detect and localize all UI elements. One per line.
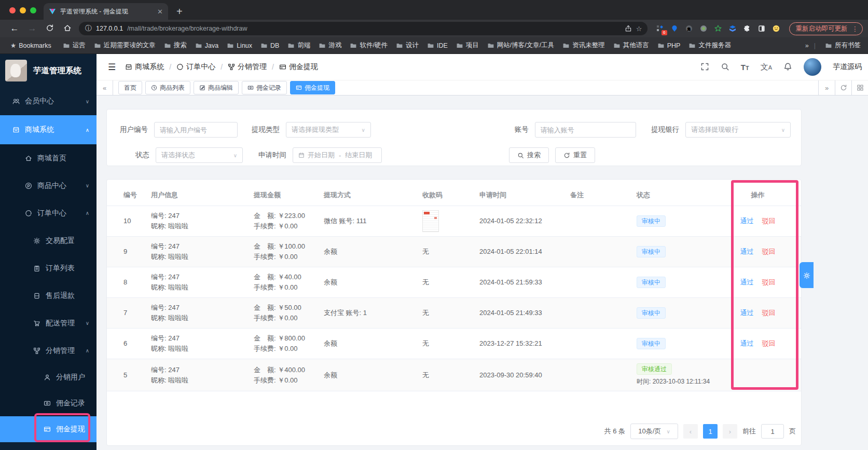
approve-link[interactable]: 通过	[740, 339, 754, 347]
extension-balloon-icon[interactable]	[670, 24, 679, 33]
account-input[interactable]	[535, 122, 636, 138]
extension-green-star-icon[interactable]	[714, 24, 723, 33]
tabs-scroll-right-button[interactable]: »	[818, 80, 835, 95]
sidebar-item-aftersale-refund[interactable]: 售后退款	[0, 282, 97, 309]
extension-green-circle-icon[interactable]	[699, 24, 708, 33]
prev-page-button[interactable]: ‹	[683, 424, 698, 439]
tab-brokerage-records[interactable]: 佣金记录	[242, 81, 287, 94]
bookmark-folder[interactable]: Linux	[223, 42, 256, 49]
search-button[interactable]: 搜索	[509, 147, 549, 163]
app-logo[interactable]: 芋道管理系统	[0, 54, 97, 87]
user-no-input-field[interactable]	[160, 126, 232, 134]
tab-home[interactable]: 首页	[118, 81, 142, 94]
sidebar-item-mall-system[interactable]: 商城系统 ∧	[0, 115, 97, 144]
tab-brokerage-withdraw[interactable]: 佣金提现	[290, 81, 335, 94]
reject-link[interactable]: 驳回	[762, 339, 776, 347]
sidebar-item-distribution-management[interactable]: 分销管理 ∧	[0, 337, 97, 364]
page-size-select[interactable]: 10条/页 ∨	[630, 424, 678, 439]
current-page-button[interactable]: 1	[703, 424, 718, 439]
maximize-window-button[interactable]	[30, 7, 36, 13]
tabs-refresh-icon[interactable]	[835, 80, 851, 95]
reset-button[interactable]: 重置	[555, 147, 595, 163]
tab-product-edit[interactable]: 商品编辑	[194, 81, 239, 94]
bookmark-star-icon[interactable]: ☆	[636, 25, 642, 33]
browser-tab[interactable]: 芋道管理系统 - 佣金提现 ✕	[44, 3, 168, 20]
approve-link[interactable]: 通过	[740, 248, 754, 255]
breadcrumb-distribution-management[interactable]: 分销管理	[228, 62, 267, 72]
restart-to-update-button[interactable]: 重新启动即可更新 ⋮	[789, 22, 863, 35]
sidebar-item-member-center[interactable]: 会员中心 ∨	[0, 87, 97, 115]
sidebar-item-distribution-users[interactable]: 分销用户	[0, 364, 97, 390]
bookmark-folder[interactable]: 文件服务器	[684, 41, 735, 50]
goto-page-input[interactable]	[761, 424, 784, 439]
reject-link[interactable]: 驳回	[762, 278, 776, 286]
forward-icon[interactable]: →	[26, 23, 38, 34]
user-no-input[interactable]	[154, 122, 238, 138]
apply-time-daterange[interactable]: 开始日期-结束日期	[293, 147, 382, 163]
sidebar-item-order-center[interactable]: 订单中心 ∧	[0, 199, 97, 227]
settings-drawer-handle[interactable]	[800, 262, 814, 288]
bookmarks-overflow-icon[interactable]: »	[805, 42, 809, 49]
sidebar-item-mall-home[interactable]: 商城首页	[0, 144, 97, 172]
approve-link[interactable]: 通过	[740, 278, 754, 286]
extension-gray-circle-icon[interactable]: 光	[685, 24, 694, 33]
tab-product-list[interactable]: 商品列表	[145, 81, 190, 94]
tabs-layout-grid-icon[interactable]	[851, 80, 868, 95]
user-name[interactable]: 芋道源码	[833, 62, 862, 72]
share-icon[interactable]	[625, 25, 632, 33]
close-tab-icon[interactable]: ✕	[157, 8, 163, 16]
tabs-scroll-left-button[interactable]: «	[97, 80, 113, 95]
bookmark-folder[interactable]: DB	[256, 42, 283, 49]
sidebar-item-product-center[interactable]: 商品中心 ∨	[0, 172, 97, 199]
language-icon[interactable]: 文A	[761, 62, 772, 72]
bookmark-folder[interactable]: PHP	[653, 42, 685, 49]
reject-link[interactable]: 驳回	[762, 248, 776, 255]
bookmark-folder[interactable]: 近期需要读的文章	[90, 41, 160, 50]
status-select[interactable]: 请选择状态∨	[156, 147, 243, 163]
bookmark-folder[interactable]: 资讯未整理	[558, 41, 609, 50]
withdraw-bank-select[interactable]: 请选择提现银行∨	[685, 122, 791, 138]
sidebar-item-brokerage-records[interactable]: 佣金记录	[0, 390, 97, 416]
all-bookmarks-folder[interactable]: 所有书签	[821, 41, 862, 50]
sidebar-item-delivery-management[interactable]: 配送管理 ∨	[0, 309, 97, 337]
bookmark-folder[interactable]: 前端	[283, 41, 314, 50]
reject-link[interactable]: 驳回	[762, 217, 776, 225]
home-icon[interactable]	[61, 23, 74, 34]
back-icon[interactable]: ←	[8, 23, 21, 34]
page-info-icon[interactable]: ⓘ	[85, 24, 92, 33]
reload-icon[interactable]	[44, 23, 56, 34]
approve-link[interactable]: 通过	[740, 217, 754, 225]
bookmark-folder[interactable]: 项目	[452, 41, 483, 50]
bookmark-folder[interactable]: 搜索	[160, 41, 191, 50]
sidebar-item-brokerage-withdraw[interactable]: 佣金提现	[0, 416, 97, 442]
profile-emoji-avatar[interactable]	[772, 24, 781, 33]
payment-code-image[interactable]	[422, 210, 439, 232]
bookmark-folder[interactable]: 网站/博客/文章/工具	[483, 41, 558, 50]
new-tab-button[interactable]: +	[168, 6, 191, 20]
bookmark-folder[interactable]: 其他语言	[609, 41, 653, 50]
url-bar[interactable]: ⓘ 127.0.0.1 /mall/trade/brokerage/broker…	[79, 22, 647, 35]
bookmark-folder[interactable]: 运营	[59, 41, 90, 50]
collapse-menu-icon[interactable]: ☰	[108, 62, 116, 73]
search-icon[interactable]	[721, 62, 729, 72]
withdraw-type-select[interactable]: 请选择提现类型∨	[286, 122, 371, 138]
extensions-puzzle-icon[interactable]	[743, 24, 752, 33]
close-window-button[interactable]	[9, 7, 16, 13]
breadcrumb-order-center[interactable]: 订单中心	[176, 62, 215, 72]
extension-blocks-icon[interactable]: 6	[656, 24, 665, 33]
next-page-button[interactable]: ›	[723, 424, 737, 439]
bookmark-folder[interactable]: 软件/硬件	[346, 41, 391, 50]
user-avatar[interactable]	[804, 58, 821, 76]
approve-link[interactable]: 通过	[740, 309, 754, 317]
minimize-window-button[interactable]	[20, 7, 26, 13]
bookmark-folder[interactable]: IDE	[423, 42, 452, 49]
breadcrumb-mall-system[interactable]: 商城系统	[125, 62, 164, 72]
account-input-field[interactable]	[541, 126, 630, 134]
fullscreen-icon[interactable]	[700, 62, 709, 72]
bookmarks-manager[interactable]: ★ Bookmarks	[6, 42, 56, 49]
sidebar-item-order-list[interactable]: 订单列表	[0, 254, 97, 282]
reject-link[interactable]: 驳回	[762, 309, 776, 317]
browser-menu-icon[interactable]: ⋮	[852, 25, 859, 33]
bookmark-folder[interactable]: 设计	[392, 41, 423, 50]
sidebar-item-trade-config[interactable]: 交易配置	[0, 227, 97, 254]
